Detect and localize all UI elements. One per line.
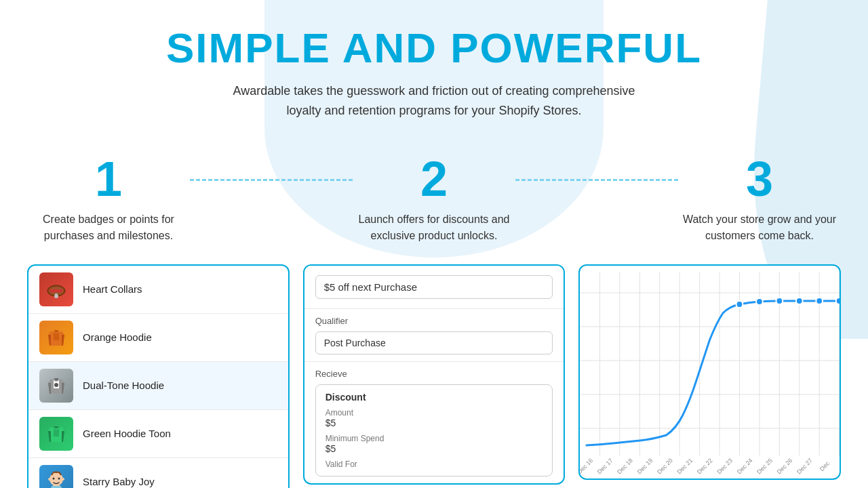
- svg-text:Dec 16: Dec 16: [580, 457, 594, 475]
- growth-chart: Dec 16 Dec 17 Dec 18 Dec 19 Dec 20 Dec 2…: [580, 272, 840, 476]
- list-item[interactable]: Dual-Tone Hoodie: [28, 362, 288, 410]
- list-item[interactable]: Green Hoodie Toon: [28, 410, 288, 458]
- chart-area: Dec 16 Dec 17 Dec 18 Dec 19 Dec 20 Dec 2…: [580, 266, 840, 479]
- receive-section: Recieve Discount Amount $5 Minimum Spend…: [304, 362, 564, 483]
- product-image-starry-baby: [39, 465, 73, 488]
- svg-point-33: [796, 298, 803, 304]
- svg-point-6: [53, 477, 55, 479]
- steps-row: 1 Create badges or points for purchases …: [0, 134, 868, 251]
- svg-text:Dec 20: Dec 20: [656, 457, 674, 475]
- svg-text:Dec 17: Dec 17: [596, 457, 614, 475]
- svg-text:Dec 23: Dec 23: [716, 457, 734, 475]
- page-subtitle: Awardable takes the guesswork and fricti…: [231, 81, 637, 121]
- svg-text:Dec 22: Dec 22: [696, 457, 714, 475]
- offer-card: $5 off next Purchase Qualifier Post Purc…: [303, 264, 566, 485]
- list-item[interactable]: Starry Baby Joy: [28, 458, 288, 488]
- amount-label: Amount: [326, 408, 543, 418]
- hoodie-icon: [44, 325, 68, 350]
- svg-text:Dec 21: Dec 21: [676, 457, 694, 475]
- step-3-number: 3: [746, 155, 773, 203]
- step-3: 3 Watch your store grow and your custome…: [678, 155, 841, 244]
- svg-point-11: [62, 478, 64, 481]
- step-2-desc: Launch offers for discounts and exclusiv…: [353, 211, 515, 244]
- svg-point-30: [736, 301, 743, 308]
- qualifier-value[interactable]: Post Purchase: [315, 331, 553, 354]
- connector-1: [190, 155, 353, 181]
- min-spend-label: Minimum Spend: [326, 434, 543, 443]
- amount-value: $5: [326, 418, 543, 428]
- offer-title[interactable]: $5 off next Purchase: [315, 275, 553, 299]
- svg-point-4: [54, 383, 58, 387]
- qualifier-section: Qualifier Post Purchase: [304, 309, 564, 362]
- product-name-orange-hoodie: Orange Hoodie: [83, 331, 152, 343]
- svg-text:Dec 18: Dec 18: [616, 457, 635, 475]
- green-hoodie-icon: [44, 422, 68, 446]
- svg-text:Dec 25: Dec 25: [756, 457, 774, 475]
- step-1-number: 1: [95, 155, 122, 203]
- svg-rect-9: [51, 486, 62, 488]
- svg-text:Dec 26: Dec 26: [776, 457, 794, 475]
- svg-point-35: [836, 298, 840, 304]
- qualifier-label: Qualifier: [315, 316, 553, 326]
- svg-point-32: [776, 298, 783, 304]
- svg-text:Dec: Dec: [818, 460, 831, 472]
- svg-point-31: [756, 298, 763, 305]
- chart-card: Dec 16 Dec 17 Dec 18 Dec 19 Dec 20 Dec 2…: [578, 264, 841, 480]
- svg-text:Dec 19: Dec 19: [636, 457, 654, 475]
- svg-text:Dec 24: Dec 24: [736, 457, 754, 475]
- min-spend-field: Minimum Spend $5: [326, 434, 543, 454]
- list-item[interactable]: Heart Collars: [28, 266, 288, 314]
- step-3-desc: Watch your store grow and your customers…: [678, 211, 841, 244]
- dual-hoodie-icon: [44, 373, 68, 398]
- collar-icon: [44, 277, 68, 302]
- discount-box: Discount Amount $5 Minimum Spend $5 Vali…: [315, 384, 553, 476]
- product-name-dual-hoodie: Dual-Tone Hoodie: [83, 380, 164, 391]
- svg-point-34: [816, 298, 823, 304]
- svg-text:Dec 27: Dec 27: [795, 457, 814, 475]
- connector-2: [515, 155, 678, 181]
- product-name-green-hoodie: Green Hoodie Toon: [83, 428, 171, 439]
- product-image-dual-hoodie: [39, 369, 73, 403]
- dashed-line-2: [515, 179, 678, 181]
- svg-point-7: [58, 477, 60, 479]
- min-spend-value: $5: [326, 443, 543, 454]
- product-image-orange-hoodie: [39, 321, 73, 354]
- receive-label: Recieve: [315, 369, 553, 379]
- product-image-heart-collars: [39, 272, 73, 306]
- cards-row: Heart Collars: [0, 251, 868, 488]
- valid-for-label: Valid For: [326, 460, 543, 469]
- product-name-starry-baby: Starry Baby Joy: [83, 476, 155, 487]
- product-list-card: Heart Collars: [27, 264, 290, 488]
- product-name-heart-collars: Heart Collars: [83, 283, 142, 295]
- offer-title-row: $5 off next Purchase: [304, 266, 564, 309]
- valid-for-field: Valid For: [326, 460, 543, 469]
- step-1-desc: Create badges or points for purchases an…: [27, 211, 190, 244]
- discount-title: Discount: [326, 392, 543, 403]
- page-title: SIMPLE AND POWERFUL: [14, 27, 854, 69]
- baby-icon: [44, 470, 68, 488]
- svg-rect-2: [50, 289, 63, 292]
- svg-point-10: [48, 478, 51, 481]
- step-1: 1 Create badges or points for purchases …: [27, 155, 190, 244]
- product-list: Heart Collars: [28, 266, 288, 488]
- list-item[interactable]: Orange Hoodie: [28, 314, 288, 362]
- amount-field: Amount $5: [326, 408, 543, 428]
- product-image-green-hoodie: [39, 417, 73, 451]
- dashed-line-1: [190, 179, 353, 181]
- header-section: SIMPLE AND POWERFUL Awardable takes the …: [0, 0, 868, 134]
- step-2: 2 Launch offers for discounts and exclus…: [353, 155, 515, 244]
- step-2-number: 2: [420, 155, 448, 203]
